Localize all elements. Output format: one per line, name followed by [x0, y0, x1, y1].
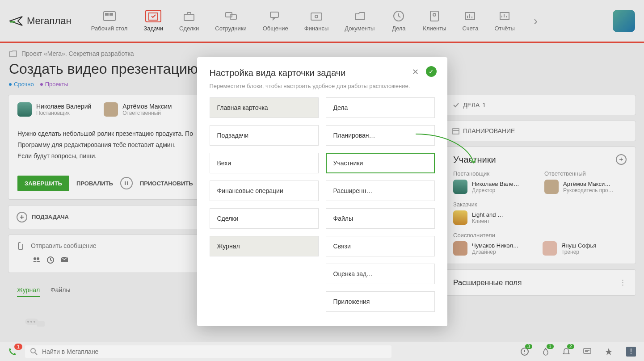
block-subtasks[interactable]: Подзадачи [210, 125, 319, 146]
block-journal[interactable]: Журнал [210, 236, 319, 256]
bell-bottom-icon[interactable]: 2 [563, 348, 570, 356]
alert-icon[interactable]: 3 [521, 348, 529, 356]
block-finance[interactable]: Финансовые операции [210, 180, 319, 201]
fire-icon[interactable]: 1 [542, 348, 549, 356]
block-main-card[interactable]: Главная карточка [210, 97, 319, 118]
phone-button[interactable]: 1 [8, 347, 17, 356]
block-dela[interactable]: Дела [326, 97, 435, 118]
block-estimate[interactable]: Оценка зад… [326, 264, 435, 284]
chat-icon[interactable] [583, 348, 591, 355]
modal-title: Настройка вида карточки задачи [210, 68, 435, 78]
block-links[interactable]: Связи [326, 236, 435, 256]
modal-confirm-button[interactable]: ✓ [426, 66, 437, 77]
block-deals[interactable]: Сделки [210, 208, 319, 229]
svg-rect-29 [584, 348, 591, 353]
card-layout-modal: ✕ ✓ Настройка вида карточки задачи Перем… [197, 57, 447, 326]
search-icon [30, 348, 38, 355]
modal-subtitle: Переместите блоки, чтобы настроить удобн… [210, 83, 435, 89]
svg-point-27 [31, 348, 35, 353]
block-planning[interactable]: Планирован… [326, 125, 435, 146]
star-icon[interactable] [605, 348, 613, 356]
bottom-bar: 1 3 1 2 ! [0, 342, 644, 361]
feedback-icon[interactable]: ! [626, 347, 636, 357]
modal-right-col: Дела Планирован… Участники Расширенн… Фа… [326, 97, 435, 312]
block-apps[interactable]: Приложения [326, 291, 435, 312]
modal-left-col: Главная карточка Подзадачи Вехи Финансов… [210, 97, 319, 312]
bottom-search-input[interactable] [42, 348, 386, 355]
modal-close-button[interactable]: ✕ [412, 67, 419, 77]
block-files[interactable]: Файлы [326, 208, 435, 229]
modal-overlay: ✕ ✓ Настройка вида карточки задачи Перем… [0, 0, 644, 361]
block-milestones[interactable]: Вехи [210, 153, 319, 173]
block-extended[interactable]: Расширенн… [326, 180, 435, 201]
block-participants[interactable]: Участники [326, 153, 435, 173]
bottom-search[interactable] [25, 345, 391, 358]
